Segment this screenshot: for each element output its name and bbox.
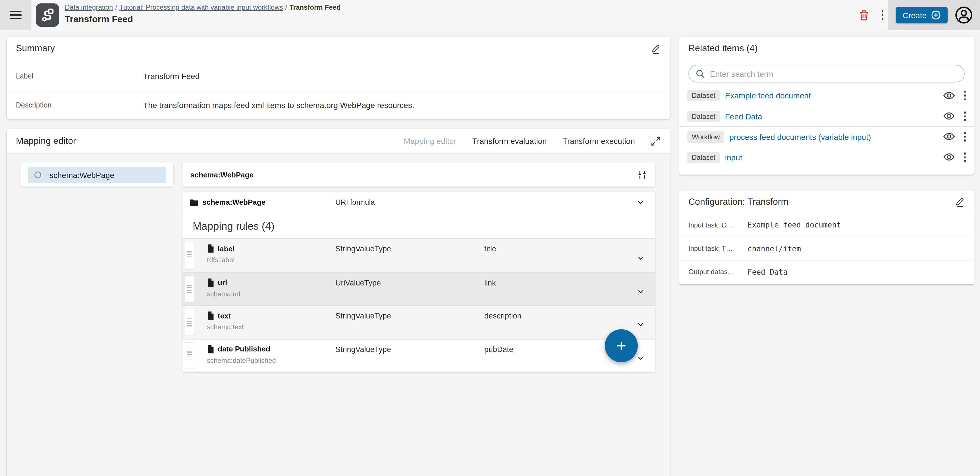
config-row: Input task: T… channel/item [679, 237, 974, 260]
folder-icon [189, 198, 198, 206]
edit-summary-button[interactable] [650, 43, 660, 54]
rule-value-type: StringValueType [336, 344, 484, 353]
related-item-link[interactable]: Feed Data [725, 112, 762, 121]
account-button[interactable] [955, 6, 973, 24]
item-menu-button[interactable] [964, 112, 966, 121]
breadcrumb: Data integration/Tutorial: Processing da… [65, 3, 340, 11]
transform-task-icon [36, 3, 59, 27]
item-menu-button[interactable] [964, 153, 966, 162]
configuration-title: Configuration: Transform [688, 196, 788, 207]
config-row: Output datas… Feed Data [679, 260, 974, 283]
mapping-editor-title: Mapping editor [16, 136, 76, 146]
expand-rule-button[interactable] [633, 288, 648, 296]
related-item-row: Workflow process feed documents (variabl… [679, 126, 974, 147]
expand-rule-button[interactable] [633, 354, 648, 362]
tab-transform-execution[interactable]: Transform execution [563, 137, 635, 146]
rule-name: text [218, 311, 231, 320]
add-mapping-rule-button[interactable]: + [605, 329, 638, 362]
mapping-rule-row[interactable]: label rdfs:label StringValueType title [183, 239, 655, 272]
file-icon [207, 278, 214, 287]
header-right-section: Create [888, 0, 980, 30]
user-avatar-icon [955, 6, 973, 24]
edit-pencil-icon [955, 196, 965, 207]
tree-item-schema-webpage[interactable]: schema:WebPage [28, 167, 166, 183]
field-value: Transform Feed [143, 72, 199, 80]
plus-circle-icon [931, 10, 941, 20]
create-button[interactable]: Create [896, 7, 948, 23]
related-item-link[interactable]: Example feed document [725, 91, 811, 100]
mapping-rule-row[interactable]: url schema:url UriValueType link [183, 272, 655, 306]
expand-fullscreen-button[interactable] [651, 136, 660, 146]
breadcrumb-current: Transform Feed [290, 3, 340, 11]
item-type-badge: Workflow [687, 131, 724, 142]
create-button-label: Create [903, 11, 927, 20]
rule-property: schema:text [207, 323, 336, 331]
summary-label-row: Label Transform Feed [7, 60, 670, 92]
config-value: Example feed document [748, 221, 841, 229]
item-type-badge: Dataset [687, 151, 720, 163]
preview-item-button[interactable] [943, 112, 955, 120]
tree-item-label: schema:WebPage [49, 170, 114, 180]
eye-icon [943, 133, 955, 141]
mapping-editor-card: Mapping editor Mapping editor Transform … [7, 129, 670, 476]
expand-root-button[interactable] [633, 198, 648, 206]
root-mapping-row[interactable]: schema:WebPage URI formula [183, 192, 655, 213]
config-label: Output datas… [688, 268, 748, 276]
edit-configuration-button[interactable] [955, 196, 965, 207]
tab-mapping-editor[interactable]: Mapping editor [404, 137, 457, 146]
expand-rule-button[interactable] [633, 321, 648, 329]
rule-name: url [218, 278, 227, 287]
item-type-badge: Dataset [687, 111, 720, 122]
item-menu-button[interactable] [964, 91, 966, 100]
drag-handle[interactable] [185, 242, 194, 269]
expand-rule-button[interactable] [633, 254, 648, 262]
rule-card: schema:WebPage URI formula Mapping rules… [183, 192, 655, 372]
file-icon [207, 311, 214, 320]
item-menu-button[interactable] [964, 132, 966, 141]
rule-property: rdfs:label [207, 256, 336, 264]
mapping-tree-panel: schema:WebPage [21, 163, 173, 186]
related-item-link[interactable]: process feed documents (variable input) [729, 132, 871, 141]
expand-icon [651, 136, 660, 146]
preview-item-button[interactable] [943, 133, 955, 141]
edit-pencil-icon [650, 43, 660, 54]
mapping-editor-body: schema:WebPage schema:WebPage [7, 154, 670, 476]
circle-node-icon [34, 171, 41, 178]
drag-handle[interactable] [185, 309, 194, 336]
hamburger-icon [10, 11, 21, 20]
rule-value-type: StringValueType [336, 311, 484, 320]
uri-formula-label: URI formula [336, 198, 484, 207]
item-type-badge: Dataset [687, 90, 720, 101]
preview-item-button[interactable] [943, 92, 955, 100]
breadcrumb-link-tutorial[interactable]: Tutorial: Processing data with variable … [119, 3, 283, 11]
rule-source-path: description [484, 311, 633, 320]
drag-handle[interactable] [185, 275, 194, 302]
root-mapping-name: schema:WebPage [202, 198, 266, 207]
related-items-title: Related items (4) [688, 43, 758, 53]
rule-panel-settings-button[interactable] [637, 170, 647, 180]
more-options-button[interactable] [881, 11, 883, 20]
file-icon [207, 244, 214, 253]
preview-item-button[interactable] [943, 153, 955, 161]
mapping-rule-row[interactable]: text schema:text StringValueType descrip… [183, 306, 655, 339]
plus-icon: + [616, 337, 626, 354]
field-label: Description [16, 101, 143, 109]
eye-icon [943, 153, 955, 161]
app: Data integration/Tutorial: Processing da… [0, 0, 980, 476]
rule-source-path: title [484, 244, 633, 253]
breadcrumb-link-data-integration[interactable]: Data integration [65, 3, 113, 11]
summary-description-row: Description The transformation maps feed… [7, 92, 670, 118]
rule-property: schema:url [207, 290, 336, 298]
rule-value-type: StringValueType [336, 244, 484, 253]
breadcrumb-separator: / [115, 3, 117, 11]
mapping-rule-row[interactable]: date Published schema:datePublished Stri… [183, 339, 655, 372]
page-title: Transform Feed [65, 14, 340, 24]
config-row: Input task: D… Example feed document [679, 213, 974, 237]
search-input[interactable] [710, 69, 957, 78]
delete-button[interactable] [859, 10, 869, 21]
drag-handle[interactable] [185, 342, 194, 369]
tab-transform-evaluation[interactable]: Transform evaluation [473, 137, 547, 146]
menu-toggle-button[interactable] [0, 0, 31, 30]
chevron-down-icon [637, 254, 644, 262]
related-item-link[interactable]: input [725, 153, 742, 162]
